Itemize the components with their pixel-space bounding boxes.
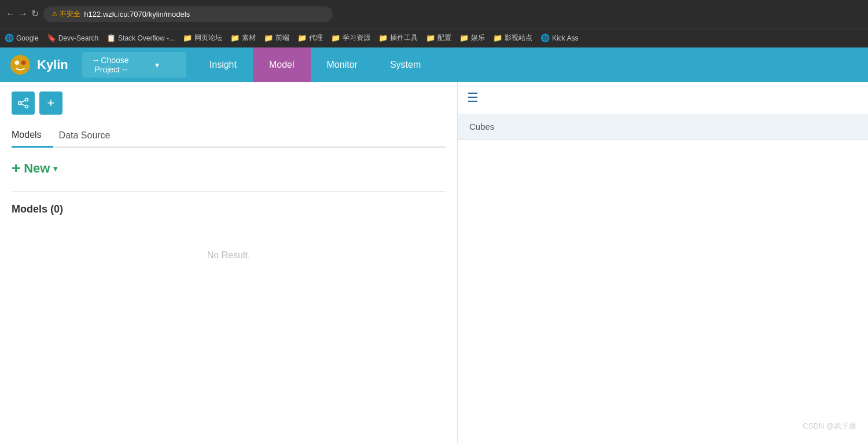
- watermark: CSDN @武子康: [803, 421, 856, 431]
- right-panel: ☰ Cubes: [457, 82, 868, 443]
- app-title: Kylin: [37, 57, 68, 72]
- divider: [12, 191, 446, 192]
- bookmark-kickass[interactable]: 🌐 Kick Ass: [540, 34, 578, 42]
- app-header: Kylin -- Choose Project -- ▾ Insight Mod…: [0, 47, 868, 82]
- bookmark-plugins[interactable]: 📁 插件工具: [378, 33, 418, 43]
- share-button[interactable]: [12, 91, 35, 115]
- bookmarks-bar: 🌐 Google 🔖 Devv-Search 📋 Stack Overflow …: [0, 28, 868, 47]
- back-button[interactable]: ←: [6, 9, 15, 19]
- models-count: Models (0): [12, 203, 446, 215]
- no-result-text: No Result.: [12, 227, 446, 284]
- refresh-button[interactable]: ↻: [31, 9, 39, 19]
- bookmark-label: 学习资源: [343, 33, 370, 43]
- project-dropdown-label: -- Choose Project --: [90, 56, 132, 74]
- folder-icon: 📁: [264, 34, 273, 42]
- bookmark-label: 前端: [275, 33, 289, 43]
- new-label: New: [24, 161, 50, 176]
- new-button[interactable]: + New ▾: [12, 159, 57, 177]
- hamburger-icon[interactable]: ☰: [467, 90, 479, 105]
- folder-icon: 📁: [493, 34, 502, 42]
- bookmark-stackoverflow[interactable]: 📋 Stack Overflow -...: [106, 34, 175, 42]
- kylin-logo-icon: [9, 54, 31, 76]
- new-plus-icon: +: [12, 159, 20, 177]
- browser-chrome: ← → ↻ ⚠ 不安全 h122.wzk.icu:7070/kylin/mode…: [0, 0, 868, 28]
- svg-point-4: [19, 102, 21, 105]
- plus-icon: +: [47, 97, 55, 109]
- left-panel: + Models Data Source + New ▾ Models (0) …: [0, 82, 457, 443]
- tab-monitor[interactable]: Monitor: [311, 47, 374, 82]
- svg-point-3: [25, 98, 28, 101]
- bookmark-label: Kick Ass: [552, 34, 578, 42]
- svg-point-2: [21, 60, 26, 65]
- main-nav: Insight Model Monitor System: [193, 47, 437, 82]
- bookmark-label: 娱乐: [471, 33, 485, 43]
- tab-insight[interactable]: Insight: [193, 47, 253, 82]
- forward-button[interactable]: →: [19, 9, 28, 19]
- folder-icon: 📁: [459, 34, 469, 42]
- svg-line-6: [21, 100, 25, 102]
- folder-icon: 📁: [426, 34, 435, 42]
- bookmark-label: 素材: [242, 33, 256, 43]
- bookmark-label: 网页论坛: [194, 33, 222, 43]
- tab-data-source[interactable]: Data Source: [59, 124, 122, 147]
- folder-icon: 📁: [230, 34, 240, 42]
- bookmark-config[interactable]: 📁 配置: [426, 33, 451, 43]
- bookmark-label: Devv-Search: [58, 34, 98, 42]
- folder-icon: 📁: [183, 34, 192, 42]
- toolbar: +: [12, 91, 446, 115]
- cubes-label: Cubes: [469, 122, 494, 131]
- new-arrow-icon: ▾: [53, 164, 57, 173]
- app-logo: Kylin: [0, 47, 78, 82]
- bookmark-video[interactable]: 📁 影视站点: [493, 33, 532, 43]
- share-icon: [17, 97, 29, 109]
- tab-model[interactable]: Model: [253, 47, 311, 82]
- bookmark-label: 插件工具: [390, 33, 418, 43]
- bookmark-webforum[interactable]: 📁 网页论坛: [183, 33, 222, 43]
- nav-buttons: ← → ↻: [6, 9, 39, 19]
- bookmark-label: 影视站点: [505, 33, 532, 43]
- security-warning: ⚠ 不安全: [52, 9, 80, 19]
- bookmark-label: 配置: [437, 33, 451, 43]
- bookmark-devv[interactable]: 🔖 Devv-Search: [47, 34, 98, 42]
- folder-icon: 📁: [331, 34, 340, 42]
- bookmark-frontend[interactable]: 📁 前端: [264, 33, 289, 43]
- main-content: + Models Data Source + New ▾ Models (0) …: [0, 82, 868, 443]
- bookmark-entertainment[interactable]: 📁 娱乐: [459, 33, 485, 43]
- bookmark-proxy[interactable]: 📁 代理: [297, 33, 323, 43]
- url-text: h122.wzk.icu:7070/kylin/models: [84, 10, 190, 19]
- right-panel-header: ☰: [458, 82, 868, 114]
- tab-system[interactable]: System: [374, 47, 437, 82]
- address-bar[interactable]: ⚠ 不安全 h122.wzk.icu:7070/kylin/models: [43, 6, 333, 22]
- bookmark-label: Google: [16, 34, 39, 42]
- bookmark-sucai[interactable]: 📁 素材: [230, 33, 256, 43]
- project-dropdown[interactable]: -- Choose Project -- ▾: [82, 52, 186, 78]
- devv-icon: 🔖: [47, 34, 56, 42]
- tab-models[interactable]: Models: [12, 124, 53, 148]
- kickass-icon: 🌐: [540, 34, 550, 42]
- dropdown-arrow-icon: ▾: [137, 60, 178, 69]
- bookmark-label: Stack Overflow -...: [118, 34, 175, 42]
- svg-point-0: [10, 55, 30, 75]
- stackoverflow-icon: 📋: [106, 34, 116, 42]
- content-tabs: Models Data Source: [12, 124, 446, 148]
- folder-icon: 📁: [297, 34, 307, 42]
- folder-icon: 📁: [378, 34, 388, 42]
- add-button[interactable]: +: [39, 91, 62, 115]
- bookmark-google[interactable]: 🌐 Google: [5, 34, 39, 42]
- google-icon: 🌐: [5, 34, 14, 42]
- svg-point-5: [25, 105, 28, 108]
- bookmark-learning[interactable]: 📁 学习资源: [331, 33, 370, 43]
- bookmark-label: 代理: [309, 33, 323, 43]
- cubes-item[interactable]: Cubes: [458, 114, 868, 140]
- svg-line-7: [21, 104, 25, 106]
- svg-point-1: [15, 60, 20, 65]
